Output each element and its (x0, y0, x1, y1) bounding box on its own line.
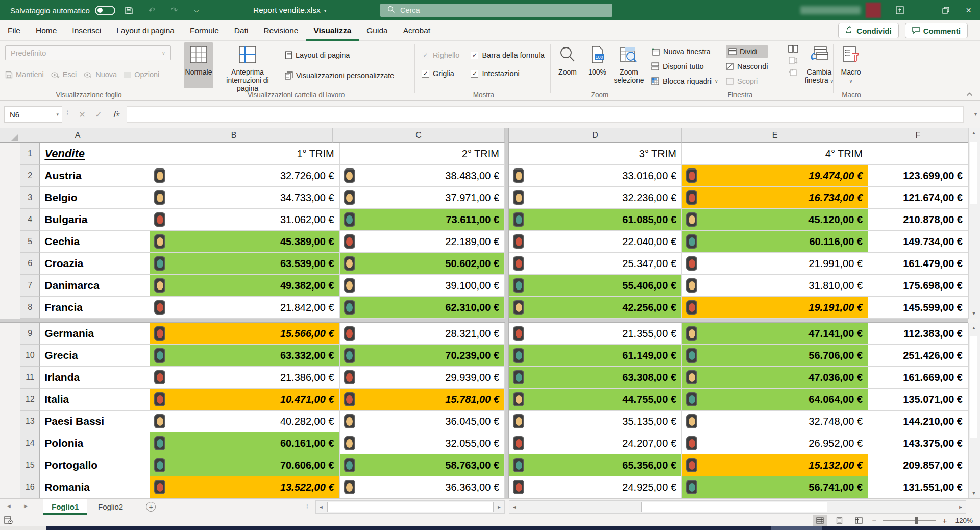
value-cell[interactable]: 31.810,00 € (682, 275, 868, 297)
new-window-button[interactable]: Nuova finestra (651, 45, 718, 58)
scrollbar-thumb[interactable] (327, 502, 494, 512)
split-button[interactable]: Dividi (726, 45, 768, 58)
value-cell[interactable]: 31.062,00 € (150, 209, 339, 231)
vertical-scrollbar-upper[interactable]: ▲ ▼ (968, 128, 978, 319)
value-cell[interactable]: 16.734,00 € (682, 187, 868, 209)
scroll-up-icon[interactable]: ▲ (969, 128, 979, 138)
qat-customize-icon[interactable]: ⌵ (188, 3, 205, 17)
scroll-left-icon[interactable]: ◄ (316, 501, 326, 513)
view-side-by-side-icon[interactable] (788, 45, 798, 55)
row-number[interactable]: 5 (20, 231, 40, 253)
row-number[interactable]: 16 (20, 476, 40, 498)
total-cell[interactable]: 144.210,00 € (868, 411, 968, 432)
record-macro-icon[interactable] (4, 516, 13, 526)
value-cell[interactable]: 42.256,00 € (509, 297, 682, 319)
country-cell[interactable]: Cechia (40, 231, 150, 253)
select-all-corner[interactable] (0, 128, 20, 143)
quarter-header-cell[interactable]: 4° TRIM (682, 143, 868, 165)
row-number[interactable]: 15 (20, 454, 40, 476)
column-header-d[interactable]: D (509, 128, 682, 143)
sheet-tab-foglio1[interactable]: Foglio1 (43, 499, 87, 515)
quarter-header-cell[interactable]: 2° TRIM (340, 143, 505, 165)
value-cell[interactable]: 24.207,00 € (509, 432, 682, 454)
value-cell[interactable]: 61.085,00 € (509, 209, 682, 231)
new-sheet-button[interactable]: + (146, 502, 156, 512)
row-number[interactable]: 3 (20, 187, 40, 209)
checkbox-barra-della-formula[interactable]: ✓Barra della formula (471, 48, 545, 62)
country-cell[interactable]: Austria (40, 165, 150, 187)
collapse-ribbon-icon[interactable] (966, 91, 973, 98)
value-cell[interactable]: 19.191,00 € (682, 297, 868, 319)
row-number[interactable]: 11 (20, 367, 40, 389)
country-cell[interactable]: Irlanda (40, 367, 150, 389)
zoom-in-button[interactable]: + (941, 516, 948, 525)
total-cell[interactable]: 161.669,00 € (868, 367, 968, 389)
value-cell[interactable]: 63.308,00 € (509, 367, 682, 389)
hide-button[interactable]: Nascondi (726, 60, 768, 73)
search-input[interactable] (400, 6, 584, 14)
tab-file[interactable]: File (0, 20, 28, 41)
value-cell[interactable]: 15.566,00 € (150, 323, 339, 345)
scrollbar-thumb[interactable] (641, 502, 827, 512)
column-header-a[interactable]: A (20, 128, 135, 143)
value-cell[interactable]: 32.748,00 € (682, 411, 868, 432)
value-cell[interactable]: 32.236,00 € (509, 187, 682, 209)
autosave-toggle[interactable] (95, 6, 115, 15)
zoom-out-button[interactable]: − (871, 516, 878, 525)
column-header-f[interactable]: F (868, 128, 968, 143)
country-cell[interactable]: Portogallo (40, 454, 150, 476)
scrollbar-thumb[interactable] (970, 142, 977, 204)
column-header-e[interactable]: E (682, 128, 868, 143)
insert-function-icon[interactable]: fx (108, 106, 124, 123)
comments-button[interactable]: Commenti (905, 23, 968, 38)
value-cell[interactable]: 36.363,00 € (340, 476, 505, 498)
value-cell[interactable]: 45.389,00 € (150, 231, 339, 253)
scrollbar-thumb[interactable] (970, 336, 977, 438)
switch-windows-button[interactable]: Cambiafinestra ∨ (802, 42, 836, 88)
tab-guida[interactable]: Guida (359, 20, 395, 41)
country-cell[interactable]: Francia (40, 297, 150, 319)
tab-home[interactable]: Home (28, 20, 64, 41)
horizontal-scrollbar-left[interactable]: ◄ ► (315, 500, 505, 514)
normal-view-button[interactable]: Normale (184, 42, 213, 88)
row-number[interactable]: 12 (20, 389, 40, 411)
horizontal-split-bar[interactable] (0, 319, 968, 323)
value-cell[interactable]: 62.310,00 € (340, 297, 505, 319)
restore-button[interactable] (934, 0, 957, 20)
page-layout-view-statusbar-icon[interactable] (832, 515, 846, 526)
row-number[interactable]: 14 (20, 432, 40, 454)
total-cell[interactable]: 131.551,00 € (868, 476, 968, 498)
zoom-slider-thumb[interactable] (915, 517, 918, 524)
value-cell[interactable]: 24.925,00 € (509, 476, 682, 498)
ribbon-display-options-icon[interactable] (888, 0, 911, 20)
country-cell[interactable]: Italia (40, 389, 150, 411)
quarter-header-cell[interactable]: 3° TRIM (509, 143, 682, 165)
tab-revisione[interactable]: Revisione (256, 20, 306, 41)
value-cell[interactable]: 64.064,00 € (682, 389, 868, 411)
row-number[interactable]: 2 (20, 165, 40, 187)
value-cell[interactable]: 29.939,00 € (340, 367, 505, 389)
zoom-level[interactable]: 120% (953, 517, 973, 524)
total-cell[interactable]: 123.699,00 € (868, 165, 968, 187)
vertical-split-bar[interactable] (505, 128, 509, 498)
zoom-to-selection-button[interactable]: Zoom selezione (612, 42, 645, 88)
minimize-button[interactable]: — (911, 0, 934, 20)
total-cell[interactable]: 161.479,00 € (868, 253, 968, 275)
value-cell[interactable]: 37.971,00 € (340, 187, 505, 209)
custom-views-button[interactable]: Visualizzazioni personalizzate (285, 69, 394, 82)
horizontal-scrollbar-right[interactable]: ◄ ► (509, 500, 966, 514)
checkbox-icon[interactable]: ✓ (422, 70, 429, 78)
value-cell[interactable]: 21.842,00 € (150, 297, 339, 319)
value-cell[interactable]: 70.239,00 € (340, 345, 505, 367)
value-cell[interactable]: 45.120,00 € (682, 209, 868, 231)
tab-inserisci[interactable]: Inserisci (64, 20, 109, 41)
macro-button[interactable]: Macro∨ (836, 42, 866, 88)
scroll-down-icon[interactable]: ▼ (969, 308, 979, 319)
value-cell[interactable]: 26.952,00 € (682, 432, 868, 454)
empty-cell[interactable] (868, 143, 968, 165)
value-cell[interactable]: 50.602,00 € (340, 253, 505, 275)
total-cell[interactable]: 121.674,00 € (868, 187, 968, 209)
value-cell[interactable]: 36.045,00 € (340, 411, 505, 432)
country-cell[interactable]: Polonia (40, 432, 150, 454)
value-cell[interactable]: 55.406,00 € (509, 275, 682, 297)
